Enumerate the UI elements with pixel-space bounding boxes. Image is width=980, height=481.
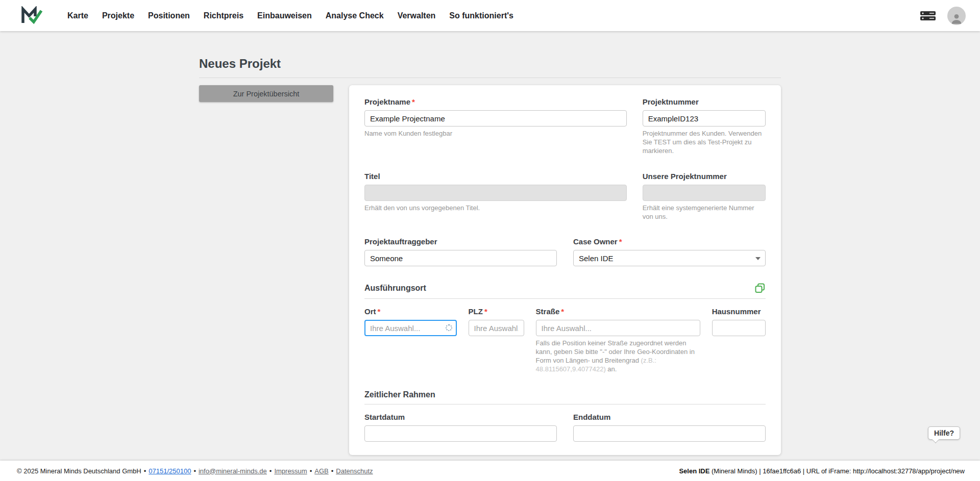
projektauftraggeber-field: Projektauftraggeber [364,237,557,266]
nav-item-so-funktionierts[interactable]: So funktioniert's [449,11,513,20]
case-owner-label: Case Owner* [573,237,766,246]
nav-item-karte[interactable]: Karte [67,11,88,20]
footer-copyright: © 2025 Mineral Minds Deutschland GmbH [17,467,141,475]
nav-item-projekte[interactable]: Projekte [102,11,134,20]
projektnummer-field: Projektnummer Projektnummer des Kunden. … [643,97,766,156]
form-row-auftraggeber-owner: Projektauftraggeber Case Owner* Selen ID… [364,237,766,266]
footer-agb-link[interactable]: AGB [314,467,328,475]
case-owner-field: Case Owner* Selen IDE [573,237,766,266]
footer-email-link[interactable]: info@mineral-minds.de [199,467,267,475]
footer-datenschutz-link[interactable]: Datenschutz [336,467,373,475]
section-ausfuehrungsort-title: Ausführungsort [364,284,426,293]
required-asterisk: * [619,237,622,246]
strasse-field: Straße* Falls die Position keiner Straße… [536,307,700,374]
nav-item-verwalten[interactable]: Verwalten [398,11,436,20]
titel-field: Titel Erhält den von uns vorgegebenen Ti… [364,172,627,221]
enddatum-label: Enddatum [573,413,766,421]
projektnummer-label: Projektnummer [643,97,766,106]
startdatum-input[interactable] [364,425,557,442]
projektname-helper: Name vom Kunden festlegbar [364,130,627,138]
case-owner-value: Selen IDE [579,254,614,263]
user-avatar[interactable] [947,7,966,25]
startdatum-field: Startdatum [364,413,557,442]
footer: © 2025 Mineral Minds Deutschland GmbH • … [0,461,980,481]
strasse-helper: Falls die Position keiner Straße zugeord… [536,339,700,374]
hausnummer-field: Hausnummer [712,307,766,374]
ort-input[interactable] [364,320,457,336]
person-icon [950,12,963,25]
help-button[interactable]: Hilfe? [928,426,960,440]
footer-left: © 2025 Mineral Minds Deutschland GmbH • … [17,467,373,475]
unsere-projektnummer-input [643,185,766,201]
section-ausfuehrungsort: Ausführungsort [364,283,766,294]
required-asterisk: * [561,307,564,316]
footer-user-name: Selen IDE [679,467,709,475]
strasse-input[interactable] [536,320,700,336]
form-row-name-number: Projektname* Name vom Kunden festlegbar … [364,97,766,156]
main-nav: Karte Projekte Positionen Richtpreis Ein… [67,11,513,20]
projektnummer-helper: Projektnummer des Kunden. Verwenden Sie … [643,130,766,156]
logo-icon [20,6,43,26]
footer-session-info: Selen IDE (Mineral Minds) | 16fae1ffc6a6… [679,467,965,475]
server-icon[interactable] [920,10,936,21]
nav-item-einbauweisen[interactable]: Einbauweisen [257,11,312,20]
hausnummer-label: Hausnummer [712,307,766,316]
plz-field: PLZ* [469,307,524,374]
required-asterisk: * [412,97,415,106]
projektname-label: Projektname* [364,97,627,106]
unsere-projektnummer-field: Unsere Projektnummer Erhält eine systemg… [643,172,766,221]
mineral-minds-logo[interactable] [20,6,43,26]
unsere-projektnummer-helper: Erhält eine systemgenerierte Nummer von … [643,204,766,221]
footer-impressum-link[interactable]: Impressum [274,467,307,475]
footer-session-details: (Mineral Minds) | 16fae1ffc6a6 | URL of … [709,467,965,475]
nav-item-positionen[interactable]: Positionen [148,11,190,20]
enddatum-field: Enddatum [573,413,766,442]
form-row-address: Ort* PLZ* Straße* [364,307,766,374]
titel-input [364,185,627,201]
projektname-field: Projektname* Name vom Kunden festlegbar [364,97,627,156]
top-navigation-bar: Karte Projekte Positionen Richtpreis Ein… [0,0,980,31]
titel-helper: Erhält den von uns vorgegebenen Titel. [364,204,627,213]
section-zeitlicher-rahmen-title: Zeitlicher Rahmen [364,390,435,399]
footer-bullet: • [310,467,312,475]
chevron-down-icon [755,257,761,260]
case-owner-select[interactable]: Selen IDE [573,250,766,266]
ort-field: Ort* [364,307,457,374]
main-area: Neues Projekt Zur Projektübersicht Proje… [0,31,980,461]
footer-bullet: • [193,467,196,475]
startdatum-label: Startdatum [364,413,557,421]
section-zeitlicher-rahmen: Zeitlicher Rahmen [364,390,766,399]
footer-bullet: • [270,467,272,475]
section-divider [364,298,766,299]
strasse-label: Straße* [536,307,700,316]
section-divider [364,404,766,404]
nav-item-analyse-check[interactable]: Analyse Check [326,11,384,20]
projektauftraggeber-input[interactable] [364,250,557,266]
plz-input[interactable] [469,320,524,336]
project-form-card: Projektname* Name vom Kunden festlegbar … [349,85,781,455]
unsere-projektnummer-label: Unsere Projektnummer [643,172,766,181]
footer-bullet: • [144,467,146,475]
title-divider [199,78,781,78]
required-asterisk: * [484,307,487,316]
footer-bullet: • [331,467,334,475]
enddatum-input[interactable] [573,425,766,442]
titel-label: Titel [364,172,627,181]
projektname-input[interactable] [364,110,627,126]
form-row-titel-number: Titel Erhält den von uns vorgegebenen Ti… [364,172,766,221]
projektauftraggeber-label: Projektauftraggeber [364,237,557,246]
topbar-right [920,7,966,25]
nav-item-richtpreis[interactable]: Richtpreis [204,11,243,20]
plz-label: PLZ* [469,307,524,316]
required-asterisk: * [378,307,381,316]
ort-label: Ort* [364,307,457,316]
footer-phone-link[interactable]: 07151/250100 [149,467,191,475]
copy-icon[interactable] [754,283,766,294]
form-row-dates: Startdatum Enddatum [364,413,766,442]
hausnummer-input[interactable] [712,320,766,336]
projektnummer-input[interactable] [643,110,766,126]
page-title: Neues Projekt [199,57,781,71]
project-overview-button[interactable]: Zur Projektübersicht [199,85,333,102]
